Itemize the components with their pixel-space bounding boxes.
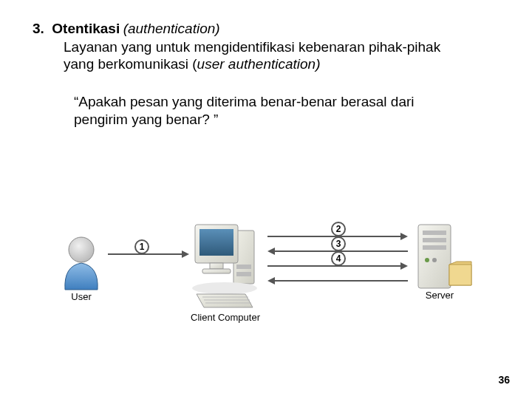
svg-rect-2 <box>236 265 251 269</box>
desc-line2-pre: yang berkomunikasi ( <box>64 56 197 72</box>
step-3-badge: 3 <box>331 236 346 251</box>
svg-rect-7 <box>202 269 231 273</box>
svg-point-8 <box>192 282 257 294</box>
quote-block: “Apakah pesan yang diterima benar-benar … <box>74 93 502 127</box>
svg-marker-21 <box>400 233 408 240</box>
svg-rect-13 <box>423 231 446 235</box>
step-1-badge: 1 <box>134 239 149 254</box>
quote-line2: pengirim yang benar? ” <box>74 112 218 127</box>
step-2-badge: 2 <box>331 222 346 236</box>
title-bold: Otentikasi <box>52 21 120 36</box>
svg-rect-3 <box>236 272 251 276</box>
description: Layanan yang untuk mengidentifikasi kebe… <box>64 38 502 72</box>
svg-rect-6 <box>210 263 223 269</box>
heading-line: 3. Otentikasi (authentication) <box>33 21 502 37</box>
server-icon <box>412 220 474 294</box>
user-label: User <box>65 291 98 302</box>
client-computer-icon <box>192 220 263 312</box>
user-icon <box>58 231 105 293</box>
desc-line1: Layanan yang untuk mengidentifikasi kebe… <box>64 39 440 55</box>
server-label: Server <box>421 290 458 301</box>
title-italic: (authentication) <box>123 21 220 36</box>
quote-line1: “Apakah pesan yang diterima benar-benar … <box>74 94 415 109</box>
svg-rect-15 <box>423 245 446 250</box>
svg-point-0 <box>69 237 94 262</box>
svg-marker-19 <box>182 250 189 258</box>
client-label: Client Computer <box>185 312 266 323</box>
page-number: 36 <box>498 374 510 386</box>
svg-point-16 <box>425 258 429 262</box>
auth-diagram: 1 2 3 4 User Client Computer Server <box>52 194 480 327</box>
desc-line2-italic: user authentication) <box>197 56 321 72</box>
svg-point-17 <box>432 258 437 262</box>
svg-marker-27 <box>267 277 275 284</box>
step-4-badge: 4 <box>331 251 346 266</box>
list-number: 3. <box>33 21 44 37</box>
svg-marker-25 <box>400 262 408 270</box>
svg-rect-5 <box>200 229 233 256</box>
svg-rect-14 <box>423 238 446 242</box>
svg-marker-23 <box>267 248 275 255</box>
